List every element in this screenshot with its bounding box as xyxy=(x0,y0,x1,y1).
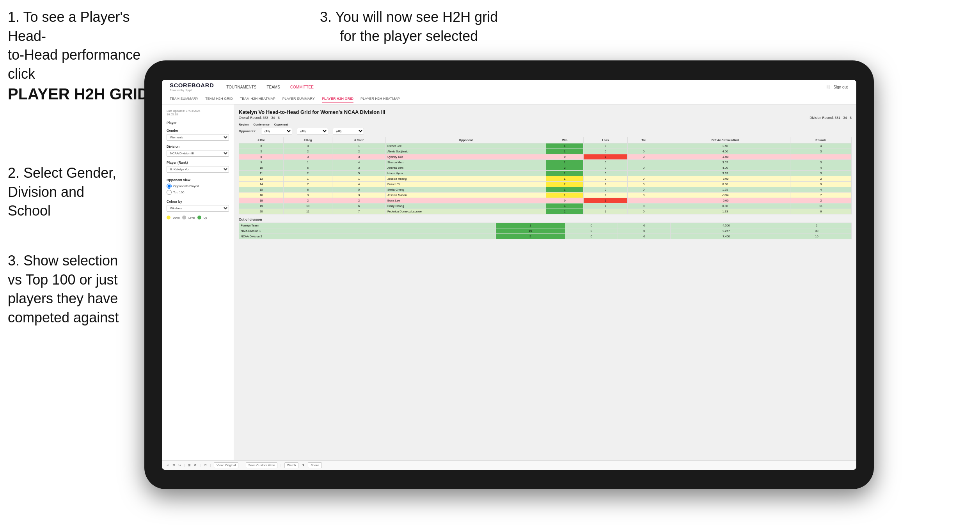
legend-level-dot xyxy=(182,216,186,219)
table-row: 1311Jessica Huang100-3.002 xyxy=(239,176,852,182)
col-opponent: Opponent xyxy=(386,137,546,143)
sign-out-link[interactable]: Sign out xyxy=(833,83,849,91)
nav-bar: SCOREBOARD Powered by clippd TOURNAMENTS… xyxy=(162,80,856,104)
panel-subtitle: Overall Record: 353 - 34 - 6 Division Re… xyxy=(239,116,852,120)
ood-table-row: NAIA Division 115009.26730 xyxy=(239,228,852,234)
sub-nav-team-h2h-grid[interactable]: TEAM H2H GRID xyxy=(205,95,233,103)
table-row: 1633Jessica Mason120-0.947 xyxy=(239,193,852,198)
panel-title: Katelyn Vo Head-to-Head Grid for Women's… xyxy=(239,109,852,115)
ood-table-row: Foreign Team1004.5002 xyxy=(239,223,852,228)
sidebar-division-section: Division NCAA Division III xyxy=(167,145,229,157)
conference-filter[interactable]: (All) xyxy=(297,128,328,134)
col-conf: # Conf xyxy=(332,137,385,143)
sidebar-opponent-view-section: Opponent view Opponents Played Top 100 xyxy=(167,178,229,195)
opponent-filter[interactable]: (All) xyxy=(333,128,364,134)
table-row: 1125Heejo Hyun103.333 xyxy=(239,171,852,176)
table-row: 522Alexis Sudjianto1004.003 xyxy=(239,149,852,154)
data-panel: Katelyn Vo Head-to-Head Grid for Women's… xyxy=(234,104,856,460)
sidebar: Last Updated: 27/03/2024 16:55:38 Player… xyxy=(162,104,234,460)
ood-grid-table: Foreign Team1004.5002NAIA Division 11500… xyxy=(239,223,852,239)
radio-top100[interactable]: Top 100 xyxy=(167,190,229,195)
col-tie: Tie xyxy=(627,137,660,143)
conference-label: Conference xyxy=(253,123,269,126)
legend-down-dot xyxy=(167,216,170,219)
table-row: 1063Andrea York2004.004 xyxy=(239,165,852,171)
table-row: 20117Federica Domecq Lacroze2101.336 xyxy=(239,209,852,214)
nav-links: TOURNAMENTS TEAMS COMMITTEE xyxy=(225,83,815,91)
colour-select[interactable]: Win/loss xyxy=(167,205,229,212)
save-custom-btn[interactable]: Save Custom View xyxy=(246,462,277,468)
col-loss: Loss xyxy=(584,137,627,143)
tablet-screen: SCOREBOARD Powered by clippd TOURNAMENTS… xyxy=(162,80,856,470)
sidebar-gender-section: Gender Women's xyxy=(167,129,229,141)
radio-opponents-played[interactable]: Opponents Played xyxy=(167,184,229,189)
sub-nav-player-h2h-grid[interactable]: PLAYER H2H GRID xyxy=(322,95,353,103)
gender-select[interactable]: Women's xyxy=(167,134,229,141)
share-btn[interactable]: Share xyxy=(308,462,321,468)
region-filter[interactable]: (All) xyxy=(261,128,292,134)
step1-instruction: 1. To see a Player's Head- to-Head perfo… xyxy=(8,8,156,104)
table-row: 1822Euna Lee01-5.002 xyxy=(239,198,852,203)
player-rank-select[interactable]: 8. Katelyn Vo xyxy=(167,166,229,173)
table-row: 631Esther Lee101.504 xyxy=(239,143,852,149)
nav-right: i | Sign out xyxy=(827,83,849,91)
colour-legend: Down Level Up xyxy=(167,216,229,219)
division-select[interactable]: NCAA Division III xyxy=(167,150,229,157)
col-diff: Diff Av Strokes/Rnd xyxy=(660,137,790,143)
out-of-division-header: Out of division xyxy=(239,218,852,221)
sub-nav: TEAM SUMMARY TEAM H2H GRID TEAM H2H HEAT… xyxy=(170,94,849,104)
sidebar-player-section: Player xyxy=(167,121,229,125)
sub-nav-player-summary[interactable]: PLAYER SUMMARY xyxy=(282,95,315,103)
view-original-btn[interactable]: View: Original xyxy=(214,462,238,468)
region-label: Region xyxy=(239,123,249,126)
sub-nav-player-h2h-heatmap[interactable]: PLAYER H2H HEATMAP xyxy=(360,95,400,103)
col-reg: # Reg xyxy=(284,137,332,143)
table-row: 914Sharon Mun103.673 xyxy=(239,160,852,165)
nav-teams[interactable]: TEAMS xyxy=(266,83,281,91)
opponent-view-radios: Opponents Played Top 100 xyxy=(167,184,229,195)
col-rounds: Rounds xyxy=(790,137,852,143)
ood-table-row: NCAA Division 25007.40010 xyxy=(239,234,852,239)
step2-instruction: 2. Select Gender, Division and School xyxy=(8,164,116,221)
table-row: 1474Eunice Yi2200.389 xyxy=(239,182,852,187)
table-row: 1585Stella Cheng1001.254 xyxy=(239,187,852,193)
sub-nav-team-h2h-heatmap[interactable]: TEAM H2H HEATMAP xyxy=(240,95,275,103)
col-win: Win xyxy=(546,137,584,143)
col-div: # Div xyxy=(239,137,284,143)
sub-nav-team-summary[interactable]: TEAM SUMMARY xyxy=(170,95,198,103)
bottom-toolbar: ↩ ⟲ ↪ | ⊞ ↺ | ⏱ | View: Original | Save … xyxy=(162,460,856,470)
sidebar-player-rank-section: Player (Rank) 8. Katelyn Vo xyxy=(167,161,229,173)
tablet-device: SCOREBOARD Powered by clippd TOURNAMENTS… xyxy=(144,60,874,489)
legend-up-dot xyxy=(197,216,201,219)
step3-top-instruction: 3. You will now see H2H grid for the pla… xyxy=(320,8,498,46)
table-row: 19106Emily Chang4100.3011 xyxy=(239,203,852,209)
nav-tournaments[interactable]: TOURNAMENTS xyxy=(225,83,257,91)
filter-section: Region Conference Opponent Opponents: (A… xyxy=(239,123,852,134)
opponent-label: Opponent xyxy=(274,123,288,126)
main-content: Last Updated: 27/03/2024 16:55:38 Player… xyxy=(162,104,856,460)
watch-btn[interactable]: Watch xyxy=(284,462,298,468)
nav-committee[interactable]: COMMITTEE xyxy=(289,83,314,91)
h2h-grid-table: # Div # Reg # Conf Opponent Win Loss Tie… xyxy=(239,137,852,214)
step3-bottom-instruction: 3. Show selection vs Top 100 or just pla… xyxy=(8,251,119,327)
logo: SCOREBOARD Powered by clippd xyxy=(170,82,214,92)
opponents-label: Opponents: xyxy=(239,129,256,133)
sidebar-colour-section: Colour by Win/loss xyxy=(167,200,229,212)
table-row: 633Sydney Kuo010-1.00 xyxy=(239,154,852,160)
